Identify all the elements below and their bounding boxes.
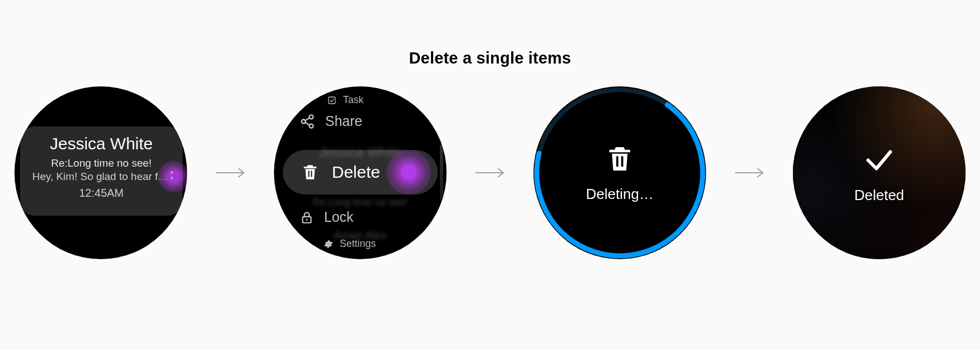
watch-screen-done: Deleted — [793, 86, 966, 259]
svg-rect-14 — [616, 156, 619, 167]
svg-rect-8 — [311, 171, 312, 177]
trash-icon — [604, 143, 635, 174]
menu-label-lock: Lock — [324, 209, 354, 225]
message-sender: Jessica White — [32, 134, 170, 153]
menu-item-lock[interactable]: Lock — [300, 209, 354, 225]
svg-rect-1 — [329, 97, 335, 104]
svg-rect-15 — [621, 156, 624, 167]
watch-screen-message: Jessica White Re:Long time no see! Hey, … — [14, 86, 187, 259]
svg-point-3 — [302, 119, 306, 123]
menu-item-share[interactable]: Share — [300, 113, 362, 129]
menu-label-settings: Settings — [340, 238, 376, 250]
menu-item-delete[interactable]: Delete — [283, 150, 438, 195]
task-icon — [327, 96, 336, 105]
menu-item-settings[interactable]: Settings — [324, 238, 376, 250]
touch-indicator-icon — [386, 150, 431, 195]
scrollbar[interactable] — [440, 145, 443, 201]
arrow-icon — [474, 166, 506, 179]
done-label: Deleted — [854, 187, 904, 204]
message-preview: Hey, Kim! So glad to hear fro… — [32, 170, 170, 183]
lock-icon — [300, 210, 314, 225]
check-icon — [863, 142, 896, 176]
menu-label-share: Share — [325, 113, 362, 129]
menu-label-task: Task — [343, 94, 364, 106]
message-time: 12:45AM — [32, 187, 170, 200]
touch-indicator-icon — [158, 161, 187, 192]
progress-label: Deleting… — [586, 186, 653, 203]
message-card[interactable]: Jessica White Re:Long time no see! Hey, … — [20, 127, 183, 216]
svg-point-10 — [306, 218, 307, 220]
watch-screen-menu: Jessica White Re:Long time no see! Aman … — [274, 86, 447, 259]
menu-label-delete: Delete — [332, 163, 380, 182]
arrow-icon — [215, 166, 246, 179]
message-subject: Re:Long time no see! — [32, 157, 170, 170]
watch-screen-progress: Deleting… — [533, 86, 706, 259]
svg-point-4 — [310, 124, 313, 128]
arrow-icon — [734, 166, 765, 179]
share-icon — [300, 114, 315, 129]
svg-point-2 — [310, 115, 313, 119]
svg-rect-7 — [308, 171, 309, 177]
section-title: Delete a single items — [0, 49, 980, 67]
trash-icon — [301, 163, 320, 182]
svg-line-5 — [305, 118, 310, 120]
menu-item-task[interactable]: Task — [327, 94, 364, 106]
gear-icon — [324, 240, 333, 249]
svg-line-6 — [305, 122, 310, 125]
